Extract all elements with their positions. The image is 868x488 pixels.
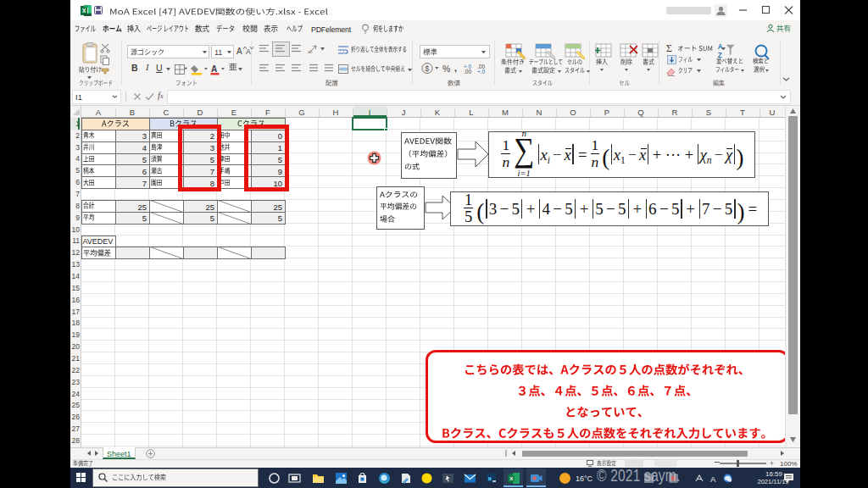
svg-text:+.0: +.0: [477, 69, 486, 75]
svg-text:.00: .00: [464, 69, 471, 75]
svg-text:$: $: [425, 64, 429, 73]
svg-text:%: %: [442, 64, 450, 74]
svg-text:ab: ab: [308, 49, 313, 54]
svg-text:A: A: [211, 64, 217, 74]
svg-text:X: X: [82, 8, 86, 14]
svg-text:A: A: [718, 43, 723, 51]
svg-text:X: X: [509, 476, 513, 481]
svg-text:,: ,: [454, 63, 457, 73]
